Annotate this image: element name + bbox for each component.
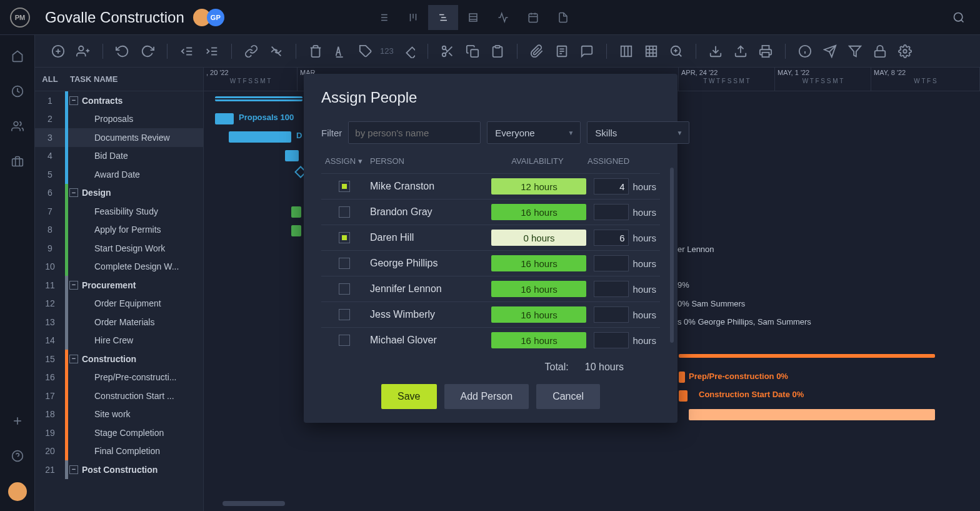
task-row[interactable]: 17Construction Start ... (35, 387, 203, 405)
filter-icon[interactable] (844, 41, 866, 62)
gantt-bar[interactable] (229, 131, 291, 143)
task-row[interactable]: 21−Post Construction (35, 460, 203, 479)
comment-icon[interactable] (576, 41, 598, 62)
gantt-bar[interactable] (689, 409, 935, 420)
assign-checkbox[interactable] (339, 309, 350, 320)
assign-checkbox[interactable] (339, 232, 350, 243)
import-icon[interactable] (705, 41, 726, 62)
assign-checkbox[interactable] (339, 181, 350, 192)
text-color-icon[interactable] (330, 41, 351, 62)
redo-icon[interactable] (137, 41, 158, 62)
collapse-icon[interactable]: − (69, 465, 78, 474)
filter-everyone-select[interactable]: Everyone (487, 121, 581, 144)
attachment-icon[interactable] (526, 41, 548, 62)
task-row[interactable]: 19Stage Completion (35, 423, 203, 442)
briefcase-icon[interactable] (9, 153, 26, 170)
assigned-hours-input[interactable] (594, 178, 629, 195)
help-icon[interactable] (9, 447, 26, 465)
assigned-hours-input[interactable] (594, 281, 629, 297)
assign-checkbox[interactable] (339, 283, 350, 295)
filter-skills-select[interactable]: Skills (587, 121, 689, 144)
export-icon[interactable] (730, 41, 751, 62)
print-icon[interactable] (755, 41, 776, 62)
task-row[interactable]: 1−Contracts (35, 91, 203, 110)
indent-icon[interactable] (201, 41, 222, 62)
view-board-icon[interactable] (398, 5, 428, 30)
assigned-hours-input[interactable] (594, 332, 629, 348)
task-row[interactable]: 9Start Design Work (35, 239, 203, 258)
view-gantt-icon[interactable] (428, 5, 458, 30)
assigned-hours-input[interactable] (594, 230, 629, 246)
undo-icon[interactable] (112, 41, 133, 62)
task-header-all[interactable]: ALL (35, 74, 65, 84)
zoom-icon[interactable] (666, 41, 687, 62)
gantt-bar[interactable] (291, 225, 301, 236)
task-row[interactable]: 12Order Equipment (35, 295, 203, 313)
trash-icon[interactable] (305, 41, 326, 62)
assign-checkbox[interactable] (339, 206, 350, 218)
save-button[interactable]: Save (381, 384, 436, 409)
collapse-icon[interactable]: − (69, 355, 78, 363)
task-row[interactable]: 18Site work (35, 405, 203, 424)
unlink-icon[interactable] (266, 41, 287, 62)
cancel-button[interactable]: Cancel (536, 384, 600, 409)
user-avatar[interactable] (8, 482, 27, 501)
settings-icon[interactable] (894, 41, 916, 62)
home-icon[interactable] (9, 48, 26, 65)
add-icon[interactable] (9, 412, 26, 430)
task-row[interactable]: 14Hire Crew (35, 331, 203, 350)
task-row[interactable]: 2Proposals (35, 110, 203, 129)
avatar-2[interactable]: GP (207, 9, 224, 26)
filter-name-input[interactable] (348, 121, 481, 144)
gantt-bar[interactable] (215, 113, 234, 124)
view-file-icon[interactable] (548, 5, 578, 30)
copy-icon[interactable] (462, 41, 483, 62)
task-row[interactable]: 13Order Materials (35, 313, 203, 331)
gantt-bar[interactable] (215, 96, 302, 101)
gantt-bar[interactable] (291, 206, 301, 218)
task-row[interactable]: 5Award Date (35, 165, 203, 184)
gantt-bar[interactable] (679, 354, 935, 358)
task-row[interactable]: 20Final Completion (35, 442, 203, 461)
task-row[interactable]: 15−Construction (35, 350, 203, 368)
outdent-icon[interactable] (176, 41, 198, 62)
view-list-icon[interactable] (368, 5, 398, 30)
assigned-hours-input[interactable] (594, 306, 629, 323)
gantt-bar[interactable] (679, 390, 688, 402)
task-row[interactable]: 11−Procurement (35, 276, 203, 295)
people-icon[interactable] (9, 118, 26, 135)
link-icon[interactable] (241, 41, 262, 62)
user-add-icon[interactable] (72, 41, 94, 62)
diamond-icon[interactable] (398, 41, 419, 62)
task-row[interactable]: 4Bid Date (35, 147, 203, 166)
tag-icon[interactable] (355, 41, 376, 62)
clock-icon[interactable] (9, 83, 26, 100)
columns-icon[interactable] (616, 41, 637, 62)
task-row[interactable]: 8Apply for Permits (35, 221, 203, 240)
modal-scrollbar[interactable] (670, 168, 674, 343)
view-sheet-icon[interactable] (458, 5, 488, 30)
th-assign[interactable]: ASSIGN ▾ (325, 156, 370, 166)
app-logo[interactable]: PM (10, 8, 30, 28)
collapse-icon[interactable]: − (69, 188, 78, 197)
gantt-bar[interactable] (285, 150, 299, 161)
assign-checkbox[interactable] (339, 335, 350, 346)
collapse-icon[interactable]: − (69, 96, 78, 105)
task-row[interactable]: 10Complete Design W... (35, 258, 203, 276)
send-icon[interactable] (819, 41, 841, 62)
task-row[interactable]: 3Documents Review (35, 128, 203, 147)
view-calendar-icon[interactable] (518, 5, 548, 30)
task-row[interactable]: 7Feasibility Study (35, 202, 203, 221)
add-circle-icon[interactable] (48, 41, 69, 62)
cut-icon[interactable] (437, 41, 458, 62)
assigned-hours-input[interactable] (594, 204, 629, 220)
note-icon[interactable] (551, 41, 572, 62)
task-row[interactable]: 16Prep/Pre-constructi... (35, 368, 203, 387)
search-icon[interactable] (948, 6, 970, 29)
avatar-stack[interactable]: GP (197, 9, 224, 26)
gantt-scrollbar[interactable] (222, 501, 285, 506)
gantt-bar[interactable] (679, 372, 685, 383)
lock-icon[interactable] (869, 41, 891, 62)
info-icon[interactable] (794, 41, 816, 62)
assigned-hours-input[interactable] (594, 255, 629, 271)
